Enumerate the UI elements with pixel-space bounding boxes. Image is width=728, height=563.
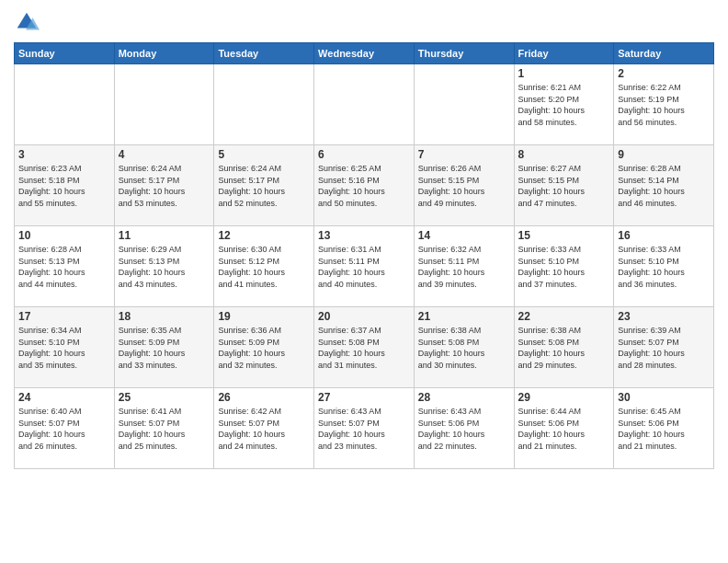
day-number: 24	[18, 391, 110, 404]
day-info: Sunrise: 6:39 AM Sunset: 5:07 PM Dayligh…	[618, 325, 710, 371]
calendar-cell: 10Sunrise: 6:28 AM Sunset: 5:13 PM Dayli…	[15, 226, 115, 307]
day-info: Sunrise: 6:35 AM Sunset: 5:09 PM Dayligh…	[119, 325, 210, 371]
calendar-cell: 23Sunrise: 6:39 AM Sunset: 5:07 PM Dayli…	[614, 307, 714, 388]
calendar-cell	[414, 64, 514, 145]
week-row-1: 3Sunrise: 6:23 AM Sunset: 5:18 PM Daylig…	[15, 145, 714, 226]
day-info: Sunrise: 6:34 AM Sunset: 5:10 PM Dayligh…	[18, 325, 110, 371]
calendar-cell: 9Sunrise: 6:28 AM Sunset: 5:14 PM Daylig…	[614, 145, 714, 226]
weekday-saturday: Saturday	[614, 43, 714, 64]
calendar-cell: 29Sunrise: 6:44 AM Sunset: 5:06 PM Dayli…	[514, 388, 614, 469]
day-number: 29	[518, 391, 610, 404]
calendar-cell: 17Sunrise: 6:34 AM Sunset: 5:10 PM Dayli…	[15, 307, 115, 388]
day-number: 28	[418, 391, 510, 404]
weekday-tuesday: Tuesday	[214, 43, 314, 64]
day-info: Sunrise: 6:31 AM Sunset: 5:11 PM Dayligh…	[318, 244, 410, 290]
logo-icon	[14, 9, 40, 35]
day-info: Sunrise: 6:40 AM Sunset: 5:07 PM Dayligh…	[18, 406, 110, 452]
day-info: Sunrise: 6:43 AM Sunset: 5:06 PM Dayligh…	[418, 406, 510, 452]
week-row-3: 17Sunrise: 6:34 AM Sunset: 5:10 PM Dayli…	[15, 307, 714, 388]
day-info: Sunrise: 6:22 AM Sunset: 5:19 PM Dayligh…	[618, 82, 710, 128]
calendar-cell	[214, 64, 314, 145]
day-number: 17	[18, 310, 110, 323]
day-info: Sunrise: 6:43 AM Sunset: 5:07 PM Dayligh…	[318, 406, 410, 452]
day-info: Sunrise: 6:30 AM Sunset: 5:12 PM Dayligh…	[218, 244, 310, 290]
day-number: 8	[518, 148, 610, 161]
day-number: 15	[518, 229, 610, 242]
day-number: 10	[18, 229, 110, 242]
calendar-cell: 26Sunrise: 6:42 AM Sunset: 5:07 PM Dayli…	[214, 388, 314, 469]
day-info: Sunrise: 6:26 AM Sunset: 5:15 PM Dayligh…	[418, 163, 510, 209]
calendar-cell: 11Sunrise: 6:29 AM Sunset: 5:13 PM Dayli…	[114, 226, 214, 307]
day-info: Sunrise: 6:42 AM Sunset: 5:07 PM Dayligh…	[218, 406, 310, 452]
day-number: 18	[119, 310, 210, 323]
day-info: Sunrise: 6:28 AM Sunset: 5:14 PM Dayligh…	[618, 163, 710, 209]
calendar-cell: 18Sunrise: 6:35 AM Sunset: 5:09 PM Dayli…	[114, 307, 214, 388]
day-number: 21	[418, 310, 510, 323]
weekday-thursday: Thursday	[414, 43, 514, 64]
calendar-cell: 21Sunrise: 6:38 AM Sunset: 5:08 PM Dayli…	[414, 307, 514, 388]
calendar-cell: 25Sunrise: 6:41 AM Sunset: 5:07 PM Dayli…	[114, 388, 214, 469]
day-info: Sunrise: 6:33 AM Sunset: 5:10 PM Dayligh…	[518, 244, 610, 290]
day-number: 3	[18, 148, 110, 161]
calendar-cell: 4Sunrise: 6:24 AM Sunset: 5:17 PM Daylig…	[114, 145, 214, 226]
day-number: 19	[218, 310, 310, 323]
weekday-header-row: SundayMondayTuesdayWednesdayThursdayFrid…	[15, 43, 714, 64]
day-info: Sunrise: 6:29 AM Sunset: 5:13 PM Dayligh…	[119, 244, 210, 290]
calendar-cell: 27Sunrise: 6:43 AM Sunset: 5:07 PM Dayli…	[314, 388, 415, 469]
calendar-cell: 1Sunrise: 6:21 AM Sunset: 5:20 PM Daylig…	[514, 64, 614, 145]
calendar-cell	[314, 64, 415, 145]
day-info: Sunrise: 6:24 AM Sunset: 5:17 PM Dayligh…	[218, 163, 310, 209]
day-number: 4	[119, 148, 210, 161]
day-number: 2	[618, 67, 710, 80]
day-info: Sunrise: 6:37 AM Sunset: 5:08 PM Dayligh…	[318, 325, 410, 371]
calendar-cell: 14Sunrise: 6:32 AM Sunset: 5:11 PM Dayli…	[414, 226, 514, 307]
day-info: Sunrise: 6:45 AM Sunset: 5:06 PM Dayligh…	[618, 406, 710, 452]
calendar: SundayMondayTuesdayWednesdayThursdayFrid…	[14, 42, 714, 469]
week-row-0: 1Sunrise: 6:21 AM Sunset: 5:20 PM Daylig…	[15, 64, 714, 145]
calendar-cell: 22Sunrise: 6:38 AM Sunset: 5:08 PM Dayli…	[514, 307, 614, 388]
calendar-cell: 12Sunrise: 6:30 AM Sunset: 5:12 PM Dayli…	[214, 226, 314, 307]
day-info: Sunrise: 6:23 AM Sunset: 5:18 PM Dayligh…	[18, 163, 110, 209]
day-number: 20	[318, 310, 410, 323]
day-number: 13	[318, 229, 410, 242]
week-row-2: 10Sunrise: 6:28 AM Sunset: 5:13 PM Dayli…	[15, 226, 714, 307]
day-info: Sunrise: 6:27 AM Sunset: 5:15 PM Dayligh…	[518, 163, 610, 209]
calendar-cell: 30Sunrise: 6:45 AM Sunset: 5:06 PM Dayli…	[614, 388, 714, 469]
weekday-friday: Friday	[514, 43, 614, 64]
calendar-cell: 7Sunrise: 6:26 AM Sunset: 5:15 PM Daylig…	[414, 145, 514, 226]
day-number: 25	[119, 391, 210, 404]
header	[14, 9, 714, 35]
calendar-cell: 13Sunrise: 6:31 AM Sunset: 5:11 PM Dayli…	[314, 226, 415, 307]
day-number: 26	[218, 391, 310, 404]
weekday-wednesday: Wednesday	[314, 43, 415, 64]
calendar-cell	[15, 64, 115, 145]
calendar-cell: 8Sunrise: 6:27 AM Sunset: 5:15 PM Daylig…	[514, 145, 614, 226]
day-number: 14	[418, 229, 510, 242]
calendar-cell: 2Sunrise: 6:22 AM Sunset: 5:19 PM Daylig…	[614, 64, 714, 145]
day-number: 9	[618, 148, 710, 161]
day-number: 30	[618, 391, 710, 404]
day-info: Sunrise: 6:33 AM Sunset: 5:10 PM Dayligh…	[618, 244, 710, 290]
week-row-4: 24Sunrise: 6:40 AM Sunset: 5:07 PM Dayli…	[15, 388, 714, 469]
calendar-cell: 16Sunrise: 6:33 AM Sunset: 5:10 PM Dayli…	[614, 226, 714, 307]
logo	[14, 9, 43, 35]
day-info: Sunrise: 6:44 AM Sunset: 5:06 PM Dayligh…	[518, 406, 610, 452]
day-number: 1	[518, 67, 610, 80]
day-info: Sunrise: 6:28 AM Sunset: 5:13 PM Dayligh…	[18, 244, 110, 290]
weekday-sunday: Sunday	[15, 43, 115, 64]
day-info: Sunrise: 6:32 AM Sunset: 5:11 PM Dayligh…	[418, 244, 510, 290]
day-number: 6	[318, 148, 410, 161]
calendar-cell	[114, 64, 214, 145]
calendar-cell: 20Sunrise: 6:37 AM Sunset: 5:08 PM Dayli…	[314, 307, 415, 388]
day-number: 27	[318, 391, 410, 404]
calendar-cell: 5Sunrise: 6:24 AM Sunset: 5:17 PM Daylig…	[214, 145, 314, 226]
day-number: 23	[618, 310, 710, 323]
calendar-cell: 3Sunrise: 6:23 AM Sunset: 5:18 PM Daylig…	[15, 145, 115, 226]
calendar-cell: 15Sunrise: 6:33 AM Sunset: 5:10 PM Dayli…	[514, 226, 614, 307]
day-info: Sunrise: 6:38 AM Sunset: 5:08 PM Dayligh…	[418, 325, 510, 371]
page: SundayMondayTuesdayWednesdayThursdayFrid…	[0, 0, 728, 563]
weekday-monday: Monday	[114, 43, 214, 64]
day-number: 7	[418, 148, 510, 161]
day-number: 16	[618, 229, 710, 242]
calendar-cell: 24Sunrise: 6:40 AM Sunset: 5:07 PM Dayli…	[15, 388, 115, 469]
